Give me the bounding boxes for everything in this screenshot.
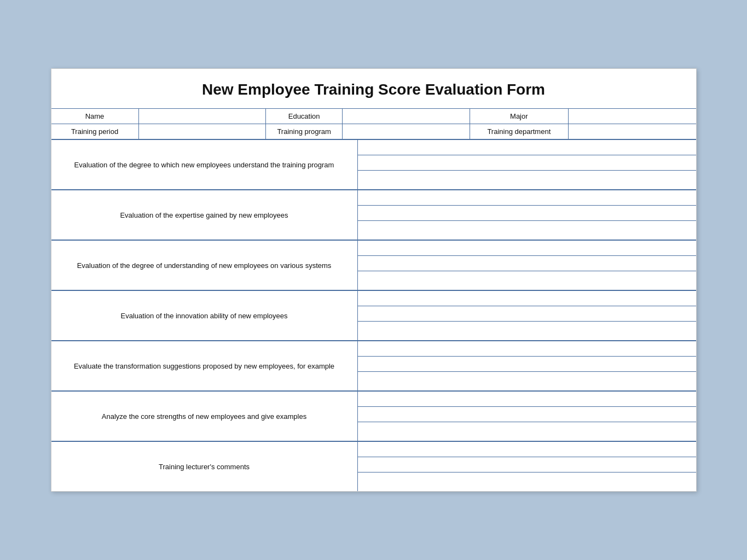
section-right-4 (358, 341, 696, 390)
section-row-1: Evaluation of the expertise gained by ne… (51, 190, 696, 241)
section-line-6-0[interactable] (358, 442, 696, 457)
section-line-4-2[interactable] (358, 372, 696, 387)
section-label-6: Training lecturer's comments (51, 442, 358, 491)
section-line-2-2[interactable] (358, 271, 696, 287)
sections: Evaluation of the degree to which new em… (51, 140, 696, 491)
section-line-5-1[interactable] (358, 407, 696, 422)
section-line-0-2[interactable] (358, 171, 696, 186)
form-title: New Employee Training Score Evaluation F… (51, 69, 696, 109)
section-row-2: Evaluation of the degree of understandin… (51, 241, 696, 291)
form-container: New Employee Training Score Evaluation F… (51, 68, 697, 492)
section-line-4-1[interactable] (358, 357, 696, 372)
section-label-5: Analyze the core strengths of new employ… (51, 392, 358, 441)
section-line-3-0[interactable] (358, 291, 696, 306)
section-row-0: Evaluation of the degree to which new em… (51, 140, 696, 190)
section-row-5: Analyze the core strengths of new employ… (51, 392, 696, 442)
section-row-4: Evaluate the transformation suggestions … (51, 341, 696, 392)
section-label-1: Evaluation of the expertise gained by ne… (51, 190, 358, 240)
section-line-1-1[interactable] (358, 206, 696, 221)
section-line-5-0[interactable] (358, 392, 696, 407)
section-row-3: Evaluation of the innovation ability of … (51, 291, 696, 341)
section-row-6: Training lecturer's comments (51, 442, 696, 491)
section-label-2: Evaluation of the degree of understandin… (51, 241, 358, 290)
major-value[interactable] (569, 109, 696, 124)
section-label-4: Evaluate the transformation suggestions … (51, 341, 358, 390)
section-line-3-1[interactable] (358, 306, 696, 322)
training-period-value[interactable] (139, 124, 267, 139)
section-right-1 (358, 190, 696, 240)
section-line-6-1[interactable] (358, 457, 696, 472)
training-department-value[interactable] (569, 124, 696, 139)
training-period-label: Training period (51, 124, 139, 139)
name-value[interactable] (139, 109, 267, 124)
section-right-3 (358, 291, 696, 340)
section-line-6-2[interactable] (358, 472, 696, 488)
section-line-0-1[interactable] (358, 155, 696, 171)
section-line-0-0[interactable] (358, 140, 696, 155)
training-program-label: Training program (266, 124, 343, 139)
section-line-1-0[interactable] (358, 190, 696, 206)
section-right-5 (358, 392, 696, 441)
training-department-label: Training department (470, 124, 569, 139)
section-label-0: Evaluation of the degree to which new em… (51, 140, 358, 189)
education-value[interactable] (343, 109, 470, 124)
section-line-2-1[interactable] (358, 256, 696, 271)
header-row-2: Training period Training program Trainin… (51, 124, 696, 140)
section-right-2 (358, 241, 696, 290)
section-right-0 (358, 140, 696, 189)
section-right-6 (358, 442, 696, 491)
name-label: Name (51, 109, 139, 124)
section-line-3-2[interactable] (358, 322, 696, 337)
education-label: Education (266, 109, 343, 124)
section-label-3: Evaluation of the innovation ability of … (51, 291, 358, 340)
header-row-1: Name Education Major (51, 109, 696, 124)
training-program-value[interactable] (343, 124, 470, 139)
section-line-5-2[interactable] (358, 422, 696, 438)
section-line-4-0[interactable] (358, 341, 696, 357)
section-line-2-0[interactable] (358, 241, 696, 256)
section-line-1-2[interactable] (358, 221, 696, 236)
major-label: Major (470, 109, 569, 124)
